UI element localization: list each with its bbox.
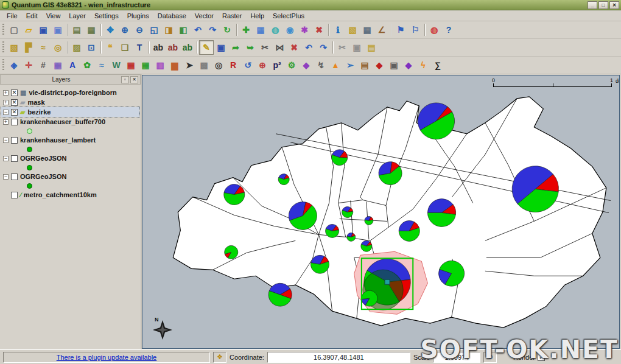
toolbar-grip[interactable] — [2, 41, 4, 54]
paste-features-icon[interactable]: ▤ — [364, 40, 379, 55]
zoom-to-layer-icon[interactable]: ◧ — [176, 23, 191, 37]
export-plane-icon[interactable]: ➢ — [343, 58, 357, 72]
text-to-label-icon[interactable]: A — [65, 58, 80, 72]
expander-icon[interactable]: − — [3, 138, 9, 143]
undo-icon[interactable]: ↶ — [301, 40, 316, 55]
grid-maker-icon[interactable]: ▦ — [51, 58, 65, 72]
select-freehand-icon[interactable]: ≈ — [36, 40, 51, 55]
zoom-actual-size-icon[interactable]: ⊡ — [84, 40, 99, 55]
map-canvas[interactable]: 0 1 degrees N — [142, 75, 620, 349]
menu-selectplus[interactable]: SelectPlus — [268, 11, 309, 21]
zoom-next-icon[interactable]: ↷ — [205, 23, 220, 37]
coordinate-capture-icon[interactable]: ✛ — [21, 58, 36, 72]
zoom-in-icon[interactable]: ⊕ — [118, 23, 132, 37]
form-annotation-icon[interactable]: ❏ — [118, 40, 132, 55]
cursor-arrow-icon[interactable]: ➤ — [182, 58, 197, 72]
select-radius-icon[interactable]: ◎ — [51, 40, 65, 55]
remove-layer-icon[interactable]: ✖ — [312, 23, 326, 37]
layer-visibility-checkbox[interactable]: ✕ — [11, 99, 18, 106]
save-project-icon[interactable]: ▣ — [36, 23, 51, 37]
scale-field[interactable]: 1:60974 — [433, 352, 480, 363]
scale-zoom-icon[interactable]: ⊕ — [483, 352, 497, 363]
expander-icon[interactable]: − — [3, 110, 9, 115]
panel-float-icon[interactable]: ▫ — [121, 76, 129, 83]
p-squared-icon[interactable]: p² — [270, 58, 284, 72]
copy-features-icon[interactable]: ▣ — [349, 40, 364, 55]
red-bag-icon[interactable]: ◆ — [372, 58, 387, 72]
menu-vector[interactable]: Vector — [191, 11, 218, 21]
new-bookmark-icon[interactable]: ⚑ — [393, 23, 408, 37]
r-console-icon[interactable]: R — [226, 58, 240, 72]
layer-visibility-checkbox[interactable] — [11, 137, 18, 144]
help-contents-icon[interactable]: ◍ — [427, 23, 441, 37]
toolbar-grip[interactable] — [2, 59, 4, 71]
layer-item-mask[interactable]: +✕▰mask — [1, 97, 139, 107]
manual-book-icon[interactable]: ▤ — [357, 58, 372, 72]
cut-features-icon[interactable]: ✂ — [335, 40, 349, 55]
legend-green-table-icon[interactable]: ▦ — [138, 58, 153, 72]
layer-item-bezirke[interactable]: −✕▰bezirke — [1, 107, 139, 117]
toolbar-grip[interactable] — [2, 24, 4, 36]
close-button[interactable]: ✕ — [609, 1, 619, 9]
menu-edit[interactable]: Edit — [22, 11, 42, 21]
layer-visibility-checkbox[interactable] — [11, 155, 18, 162]
panel-close-icon[interactable]: ✕ — [130, 76, 138, 83]
interpolation-icon[interactable]: ≈ — [94, 58, 109, 72]
menu-view[interactable]: View — [42, 11, 65, 21]
select-rectangle-icon[interactable]: ▧ — [7, 40, 21, 55]
add-vector-layer-icon[interactable]: ✚ — [239, 23, 253, 37]
warning-triangle-icon[interactable]: ▲ — [328, 58, 343, 72]
layer-item-ogrgeojson[interactable]: −OGRGeoJSON — [1, 153, 139, 163]
lightning-icon[interactable]: ϟ — [416, 58, 430, 72]
gps-tools-icon[interactable]: ◈ — [7, 58, 21, 72]
render-toggle[interactable]: Render ✓ — [513, 354, 618, 361]
zoom-highlight-icon[interactable]: ⊕ — [255, 58, 270, 72]
chart-icon[interactable]: ▥ — [153, 58, 167, 72]
identify-features-icon[interactable]: ℹ — [331, 23, 345, 37]
sum-statistics-icon[interactable]: ∑ — [430, 58, 445, 72]
road-graph-icon[interactable]: ↯ — [314, 58, 328, 72]
add-wms-layer-icon[interactable]: ◉ — [282, 23, 297, 37]
purple-diamond-icon[interactable]: ◆ — [401, 58, 416, 72]
text-annotation-icon[interactable]: T — [132, 40, 147, 55]
small-grid-icon[interactable]: ▩ — [197, 58, 211, 72]
menu-raster[interactable]: Raster — [218, 11, 246, 21]
binoculars-icon[interactable]: ◎ — [211, 58, 226, 72]
legend-red-table-icon[interactable]: ▦ — [124, 58, 138, 72]
layer-visibility-checkbox[interactable] — [11, 173, 18, 180]
new-vector-layer-icon[interactable]: ✱ — [297, 23, 312, 37]
add-raster-layer-icon[interactable]: ▦ — [253, 23, 268, 37]
zoom-out-icon[interactable]: ⊖ — [132, 23, 147, 37]
select-polygon-icon[interactable]: ▛ — [21, 40, 36, 55]
label-abc-icon[interactable]: ab — [151, 40, 166, 55]
offset-curve-icon[interactable]: ➦ — [228, 40, 243, 55]
layer-visibility-checkbox[interactable] — [11, 119, 18, 125]
redo-icon[interactable]: ↷ — [316, 40, 331, 55]
measure-line-icon[interactable]: ∠ — [374, 23, 389, 37]
expander-icon[interactable]: − — [3, 156, 9, 161]
new-print-composer-icon[interactable]: ▤ — [69, 23, 84, 37]
deselect-all-icon[interactable]: ▨ — [69, 40, 84, 55]
select-features-icon[interactable]: ▧ — [345, 23, 360, 37]
reshape-features-icon[interactable]: ➥ — [243, 40, 258, 55]
layer-visibility-checkbox[interactable]: ✕ — [11, 89, 18, 96]
toggle-editing-icon[interactable]: ✎ — [199, 40, 214, 55]
layer-item-ogrgeojson[interactable]: −OGRGeoJSON — [1, 172, 139, 181]
add-postgis-layer-icon[interactable]: ◍ — [268, 23, 282, 37]
map-tips-icon[interactable]: ❝ — [103, 40, 118, 55]
expander-icon[interactable]: + — [3, 90, 9, 96]
layer-item-krankenhaeuser-buffer700[interactable]: +krankenhaeuser_buffer700 — [1, 117, 139, 127]
layer-visibility-checkbox[interactable] — [11, 192, 18, 198]
render-checkbox[interactable]: ✓ — [538, 354, 545, 361]
pan-map-icon[interactable]: ✥ — [103, 23, 118, 37]
coordinate-field[interactable]: 16.3907,48.1481 — [267, 352, 410, 363]
save-edits-icon[interactable]: ▣ — [214, 40, 228, 55]
plugin-icon[interactable]: ❖ — [213, 352, 226, 363]
plugin-update-link[interactable]: There is a plugin update available — [3, 352, 210, 363]
refresh-map-icon[interactable]: ↻ — [220, 23, 234, 37]
zoom-to-selection-icon[interactable]: ◨ — [161, 23, 176, 37]
expander-icon[interactable]: + — [3, 100, 9, 105]
menu-layer[interactable]: Layer — [65, 11, 90, 21]
menu-database[interactable]: Database — [153, 11, 191, 21]
menu-help[interactable]: Help — [246, 11, 268, 21]
